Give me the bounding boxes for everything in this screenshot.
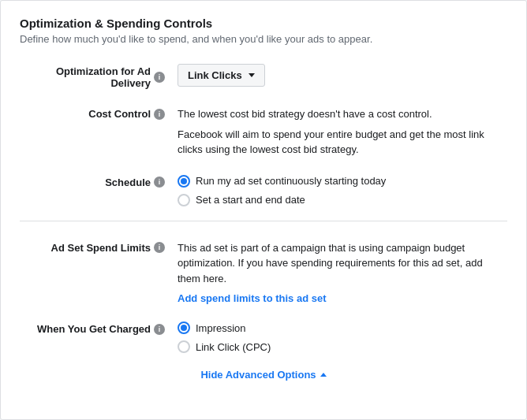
spend-limits-label: Ad Set Spend Limits i bbox=[20, 237, 178, 254]
cost-control-row: Cost Control i The lowest cost bid strat… bbox=[20, 103, 507, 158]
when-charged-label: When You Get Charged i bbox=[20, 318, 178, 335]
schedule-label: Schedule i bbox=[20, 172, 178, 188]
optimization-content: Link Clicks bbox=[178, 61, 507, 87]
schedule-option1[interactable]: Run my ad set continuously starting toda… bbox=[178, 175, 507, 188]
optimization-spending-card: Optimization & Spending Controls Define … bbox=[0, 0, 527, 420]
when-charged-radio-group: Impression Link Click (CPC) bbox=[178, 322, 507, 353]
spend-limits-content: This ad set is part of a campaign that i… bbox=[178, 237, 507, 305]
when-charged-content: Impression Link Click (CPC) bbox=[178, 318, 507, 353]
add-spend-limits-link[interactable]: Add spend limits to this ad set bbox=[178, 292, 327, 304]
optimization-row: Optimization for Ad Delivery i Link Clic… bbox=[20, 61, 507, 89]
when-charged-row: When You Get Charged i Impression Link C… bbox=[20, 318, 507, 353]
schedule-radio2[interactable] bbox=[178, 194, 190, 206]
section-subtitle: Define how much you'd like to spend, and… bbox=[20, 33, 507, 45]
schedule-option2[interactable]: Set a start and end date bbox=[178, 194, 507, 206]
optimization-dropdown[interactable]: Link Clicks bbox=[178, 64, 265, 87]
cost-control-label: Cost Control i bbox=[20, 103, 178, 120]
schedule-row: Schedule i Run my ad set continuously st… bbox=[20, 172, 507, 206]
schedule-content: Run my ad set continuously starting toda… bbox=[178, 172, 507, 206]
when-charged-option1[interactable]: Impression bbox=[178, 322, 507, 334]
chevron-up-icon bbox=[320, 373, 327, 377]
hide-advanced-options[interactable]: Hide Advanced Options bbox=[20, 369, 507, 381]
when-charged-radio2[interactable] bbox=[178, 340, 190, 353]
optimization-info-icon[interactable]: i bbox=[154, 72, 165, 83]
optimization-label: Optimization for Ad Delivery i bbox=[20, 61, 178, 89]
when-charged-radio1[interactable] bbox=[178, 322, 190, 334]
when-charged-option2[interactable]: Link Click (CPC) bbox=[178, 340, 507, 353]
spend-limits-info-icon[interactable]: i bbox=[154, 242, 165, 253]
when-charged-info-icon[interactable]: i bbox=[154, 324, 165, 335]
dropdown-arrow-icon bbox=[249, 73, 255, 77]
section-divider bbox=[20, 221, 507, 221]
schedule-info-icon[interactable]: i bbox=[154, 177, 165, 188]
cost-control-text: The lowest cost bid strategy doesn't hav… bbox=[178, 106, 507, 158]
spend-limits-text: This ad set is part of a campaign that i… bbox=[178, 240, 507, 287]
section-header: Optimization & Spending Controls Define … bbox=[20, 17, 507, 45]
schedule-radio-group: Run my ad set continuously starting toda… bbox=[178, 175, 507, 206]
spend-limits-row: Ad Set Spend Limits i This ad set is par… bbox=[20, 237, 507, 305]
cost-control-info-icon[interactable]: i bbox=[154, 109, 165, 120]
section-title: Optimization & Spending Controls bbox=[20, 17, 507, 30]
schedule-radio1[interactable] bbox=[178, 175, 190, 188]
cost-control-content: The lowest cost bid strategy doesn't hav… bbox=[178, 103, 507, 158]
